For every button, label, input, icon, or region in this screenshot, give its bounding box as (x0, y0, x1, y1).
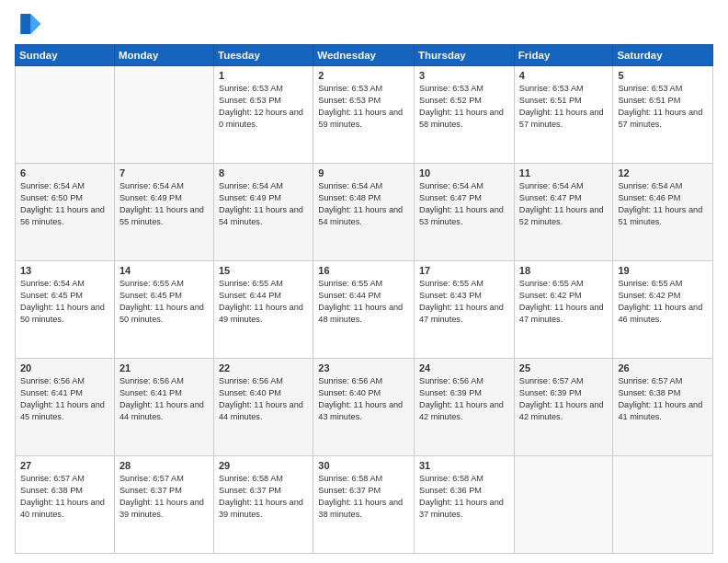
weekday-header-sunday: Sunday (16, 45, 115, 66)
weekday-header-wednesday: Wednesday (313, 45, 415, 66)
day-info: Sunrise: 6:58 AMSunset: 6:37 PMDaylight:… (318, 473, 409, 521)
day-number: 2 (318, 70, 409, 81)
day-info: Sunrise: 6:54 AMSunset: 6:50 PMDaylight:… (20, 180, 109, 228)
weekday-header-thursday: Thursday (415, 45, 515, 66)
calendar-cell: 11Sunrise: 6:54 AMSunset: 6:47 PMDayligh… (514, 164, 613, 261)
day-info: Sunrise: 6:56 AMSunset: 6:39 PMDaylight:… (419, 375, 509, 423)
calendar-cell: 30Sunrise: 6:58 AMSunset: 6:37 PMDayligh… (313, 456, 415, 554)
calendar-cell: 31Sunrise: 6:58 AMSunset: 6:36 PMDayligh… (415, 456, 515, 554)
day-info: Sunrise: 6:53 AMSunset: 6:51 PMDaylight:… (618, 83, 708, 131)
day-number: 18 (519, 265, 609, 276)
day-info: Sunrise: 6:54 AMSunset: 6:47 PMDaylight:… (519, 180, 609, 228)
calendar-cell: 23Sunrise: 6:56 AMSunset: 6:40 PMDayligh… (313, 359, 415, 456)
svg-marker-1 (30, 14, 40, 34)
calendar-cell: 14Sunrise: 6:55 AMSunset: 6:45 PMDayligh… (114, 261, 213, 359)
calendar-cell: 20Sunrise: 6:56 AMSunset: 6:41 PMDayligh… (16, 359, 115, 456)
day-number: 11 (519, 167, 609, 178)
week-row-4: 20Sunrise: 6:56 AMSunset: 6:41 PMDayligh… (16, 359, 713, 456)
weekday-header-saturday: Saturday (613, 45, 713, 66)
calendar-cell: 4Sunrise: 6:53 AMSunset: 6:51 PMDaylight… (514, 66, 613, 164)
day-number: 29 (219, 460, 308, 471)
calendar-cell (16, 66, 115, 164)
day-info: Sunrise: 6:55 AMSunset: 6:44 PMDaylight:… (318, 278, 409, 326)
calendar-cell: 8Sunrise: 6:54 AMSunset: 6:49 PMDaylight… (214, 164, 313, 261)
day-number: 17 (419, 265, 509, 276)
day-number: 28 (119, 460, 209, 471)
day-number: 15 (219, 265, 308, 276)
day-number: 20 (20, 362, 109, 373)
calendar-table: SundayMondayTuesdayWednesdayThursdayFrid… (15, 44, 713, 554)
calendar-cell: 17Sunrise: 6:55 AMSunset: 6:43 PMDayligh… (415, 261, 515, 359)
day-info: Sunrise: 6:55 AMSunset: 6:43 PMDaylight:… (419, 278, 509, 326)
day-number: 12 (618, 167, 708, 178)
day-info: Sunrise: 6:54 AMSunset: 6:45 PMDaylight:… (20, 278, 109, 326)
day-info: Sunrise: 6:55 AMSunset: 6:42 PMDaylight:… (519, 278, 609, 326)
calendar-cell: 18Sunrise: 6:55 AMSunset: 6:42 PMDayligh… (514, 261, 613, 359)
day-info: Sunrise: 6:58 AMSunset: 6:36 PMDaylight:… (419, 473, 509, 521)
calendar-cell: 3Sunrise: 6:53 AMSunset: 6:52 PMDaylight… (415, 66, 515, 164)
calendar-cell: 9Sunrise: 6:54 AMSunset: 6:48 PMDaylight… (313, 164, 415, 261)
day-number: 25 (519, 362, 609, 373)
day-info: Sunrise: 6:55 AMSunset: 6:44 PMDaylight:… (219, 278, 308, 326)
calendar-cell: 6Sunrise: 6:54 AMSunset: 6:50 PMDaylight… (16, 164, 115, 261)
day-info: Sunrise: 6:56 AMSunset: 6:41 PMDaylight:… (20, 375, 109, 423)
calendar-cell: 24Sunrise: 6:56 AMSunset: 6:39 PMDayligh… (415, 359, 515, 456)
day-number: 7 (119, 167, 209, 178)
calendar-cell: 29Sunrise: 6:58 AMSunset: 6:37 PMDayligh… (214, 456, 313, 554)
calendar-cell: 25Sunrise: 6:57 AMSunset: 6:39 PMDayligh… (514, 359, 613, 456)
header (15, 11, 713, 37)
day-number: 22 (219, 362, 308, 373)
calendar-cell: 12Sunrise: 6:54 AMSunset: 6:46 PMDayligh… (613, 164, 713, 261)
logo (15, 11, 44, 37)
day-number: 30 (318, 460, 409, 471)
page: SundayMondayTuesdayWednesdayThursdayFrid… (0, 0, 728, 563)
day-number: 3 (419, 70, 509, 81)
week-row-3: 13Sunrise: 6:54 AMSunset: 6:45 PMDayligh… (16, 261, 713, 359)
calendar-cell (514, 456, 613, 554)
day-number: 26 (618, 362, 708, 373)
weekday-header-friday: Friday (514, 45, 613, 66)
day-number: 31 (419, 460, 509, 471)
weekday-header-row: SundayMondayTuesdayWednesdayThursdayFrid… (16, 45, 713, 66)
calendar-cell: 5Sunrise: 6:53 AMSunset: 6:51 PMDaylight… (613, 66, 713, 164)
weekday-header-monday: Monday (114, 45, 213, 66)
day-info: Sunrise: 6:53 AMSunset: 6:53 PMDaylight:… (318, 83, 409, 131)
day-info: Sunrise: 6:58 AMSunset: 6:37 PMDaylight:… (219, 473, 308, 521)
day-info: Sunrise: 6:56 AMSunset: 6:41 PMDaylight:… (119, 375, 209, 423)
week-row-2: 6Sunrise: 6:54 AMSunset: 6:50 PMDaylight… (16, 164, 713, 261)
day-info: Sunrise: 6:57 AMSunset: 6:37 PMDaylight:… (119, 473, 209, 521)
day-info: Sunrise: 6:57 AMSunset: 6:38 PMDaylight:… (20, 473, 109, 521)
calendar-cell: 27Sunrise: 6:57 AMSunset: 6:38 PMDayligh… (16, 456, 115, 554)
day-info: Sunrise: 6:54 AMSunset: 6:46 PMDaylight:… (618, 180, 708, 228)
day-info: Sunrise: 6:56 AMSunset: 6:40 PMDaylight:… (318, 375, 409, 423)
calendar-cell: 2Sunrise: 6:53 AMSunset: 6:53 PMDaylight… (313, 66, 415, 164)
day-info: Sunrise: 6:55 AMSunset: 6:42 PMDaylight:… (618, 278, 708, 326)
calendar-cell: 15Sunrise: 6:55 AMSunset: 6:44 PMDayligh… (214, 261, 313, 359)
day-info: Sunrise: 6:53 AMSunset: 6:53 PMDaylight:… (219, 83, 308, 131)
week-row-5: 27Sunrise: 6:57 AMSunset: 6:38 PMDayligh… (16, 456, 713, 554)
day-info: Sunrise: 6:54 AMSunset: 6:49 PMDaylight:… (119, 180, 209, 228)
logo-icon (15, 11, 40, 37)
calendar-cell: 28Sunrise: 6:57 AMSunset: 6:37 PMDayligh… (114, 456, 213, 554)
calendar-cell: 10Sunrise: 6:54 AMSunset: 6:47 PMDayligh… (415, 164, 515, 261)
day-info: Sunrise: 6:53 AMSunset: 6:52 PMDaylight:… (419, 83, 509, 131)
day-info: Sunrise: 6:57 AMSunset: 6:39 PMDaylight:… (519, 375, 609, 423)
day-info: Sunrise: 6:55 AMSunset: 6:45 PMDaylight:… (119, 278, 209, 326)
day-number: 1 (219, 70, 308, 81)
calendar-cell: 21Sunrise: 6:56 AMSunset: 6:41 PMDayligh… (114, 359, 213, 456)
day-info: Sunrise: 6:57 AMSunset: 6:38 PMDaylight:… (618, 375, 708, 423)
day-number: 5 (618, 70, 708, 81)
day-number: 6 (20, 167, 109, 178)
day-info: Sunrise: 6:56 AMSunset: 6:40 PMDaylight:… (219, 375, 308, 423)
day-number: 10 (419, 167, 509, 178)
calendar-cell: 16Sunrise: 6:55 AMSunset: 6:44 PMDayligh… (313, 261, 415, 359)
day-number: 9 (318, 167, 409, 178)
calendar-cell (613, 456, 713, 554)
day-info: Sunrise: 6:53 AMSunset: 6:51 PMDaylight:… (519, 83, 609, 131)
day-number: 23 (318, 362, 409, 373)
calendar-cell: 13Sunrise: 6:54 AMSunset: 6:45 PMDayligh… (16, 261, 115, 359)
calendar-cell: 19Sunrise: 6:55 AMSunset: 6:42 PMDayligh… (613, 261, 713, 359)
calendar-cell: 22Sunrise: 6:56 AMSunset: 6:40 PMDayligh… (214, 359, 313, 456)
day-info: Sunrise: 6:54 AMSunset: 6:49 PMDaylight:… (219, 180, 308, 228)
day-info: Sunrise: 6:54 AMSunset: 6:47 PMDaylight:… (419, 180, 509, 228)
